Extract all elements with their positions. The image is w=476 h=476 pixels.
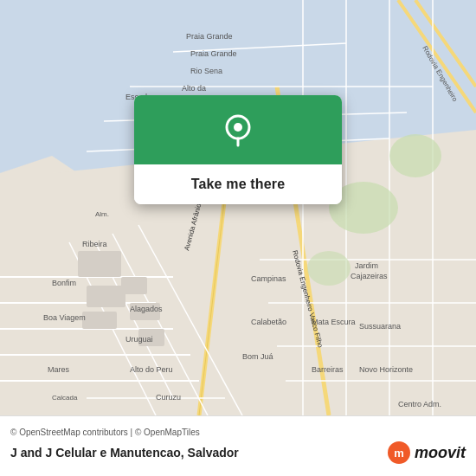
svg-text:Praia Grande: Praia Grande [186,32,233,41]
moovit-logo: m moovit [387,441,466,465]
svg-text:Curuzu: Curuzu [156,393,181,402]
svg-text:Barreiras: Barreiras [312,365,344,374]
svg-point-70 [234,123,242,132]
svg-point-31 [389,134,441,177]
svg-text:Rio Sena: Rio Sena [190,67,222,75]
svg-text:Boa Viagem: Boa Viagem [43,313,86,322]
svg-text:Bom Juá: Bom Juá [242,352,273,361]
svg-text:Sussuarana: Sussuarana [359,322,401,331]
svg-rect-35 [82,312,117,329]
location-pin-icon [219,113,257,151]
svg-text:Ribeira: Ribeira [82,240,107,248]
place-info: J and J Celular e Manutencao, Salvador m… [10,441,466,465]
svg-rect-33 [78,251,121,277]
map-container: Praia Grande Praia Grande Rio Sena Escad… [0,0,476,415]
svg-text:Uruguai: Uruguai [125,335,153,344]
svg-text:Mares: Mares [48,365,70,374]
card-header [134,95,342,164]
svg-text:Novo Horizonte: Novo Horizonte [359,365,413,374]
svg-text:Praia Grande: Praia Grande [190,49,237,58]
svg-text:Calcada: Calcada [52,394,78,402]
bottom-bar: © OpenStreetMap contributors | © OpenMap… [0,415,476,476]
svg-rect-34 [87,286,125,307]
svg-point-32 [307,251,351,286]
svg-text:Calabetão: Calabetão [251,318,286,326]
svg-text:Cajazeiras: Cajazeiras [351,272,388,280]
svg-text:Alto da: Alto da [182,84,206,93]
moovit-brand-icon: m [387,441,411,465]
svg-text:Centro Adm.: Centro Adm. [398,400,441,408]
location-card: Take me there [134,95,342,204]
svg-text:Alagados: Alagados [130,305,163,313]
map-attribution: © OpenStreetMap contributors | © OpenMap… [10,428,466,437]
place-name: J and J Celular e Manutencao, Salvador [10,446,239,460]
svg-text:Alm.: Alm. [95,210,109,218]
svg-text:Campinas: Campinas [251,274,286,283]
svg-text:Jardim: Jardim [355,261,378,270]
svg-rect-36 [121,277,147,294]
svg-text:Bonfim: Bonfim [52,279,76,287]
svg-text:Alto do Peru: Alto do Peru [130,365,173,374]
svg-text:m: m [394,447,404,460]
moovit-brand-text: moovit [415,444,466,462]
take-me-there-button[interactable]: Take me there [134,164,342,204]
